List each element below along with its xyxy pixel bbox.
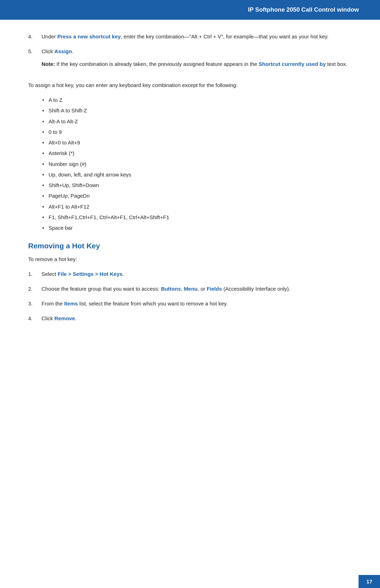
remove-step-4-text-before: Click	[42, 315, 55, 321]
remove-link[interactable]: Remove	[55, 315, 75, 321]
step-4-text-before: Under	[42, 33, 57, 39]
list-item: Shift-A to Shift-Z	[42, 106, 352, 114]
step-5: 5. Click Assign. Note: If the key combin…	[28, 47, 352, 75]
list-item: Number sign (#)	[42, 160, 352, 168]
remove-step-4-text-after: .	[75, 315, 76, 321]
note-text-before: If the key combination is already taken,…	[55, 61, 259, 67]
shortcut-currently-used-link[interactable]: Shortcut currently used by	[259, 61, 326, 67]
note-label: Note:	[42, 61, 55, 67]
remove-step-3: 3. From the Items list, select the featu…	[28, 299, 352, 308]
list-item: A to Z	[42, 96, 352, 104]
step-4: 4. Under Press a new shortcut key, enter…	[28, 32, 352, 41]
press-new-shortcut-link[interactable]: Press a new shortcut key	[57, 33, 121, 39]
list-item: Alt-A to Alt-Z	[42, 117, 352, 125]
list-item: Asterisk (*)	[42, 149, 352, 157]
note-block: Note: If the key combination is already …	[42, 60, 352, 68]
remove-step-3-text-after: list, select the feature from which you …	[78, 301, 228, 307]
remove-step-1: 1. Select File > Settings > Hot Keys.	[28, 270, 352, 278]
bullet-list: A to Z Shift-A to Shift-Z Alt-A to Alt-Z…	[42, 96, 352, 232]
remove-step-2-sep2: , or	[198, 286, 207, 292]
list-item: F1, Shift+F1,Ctrl+F1, Ctrl+Alt+F1, Ctrl+…	[42, 213, 352, 221]
step-4-content: Under Press a new shortcut key, enter th…	[42, 32, 352, 41]
step-5-num: 5.	[28, 47, 42, 75]
list-item: Up, down, left, and right arrow keys	[42, 171, 352, 179]
remove-step-3-num: 3.	[28, 299, 42, 308]
file-settings-hotkeys-link[interactable]: File > Settings > Hot Keys	[58, 271, 122, 277]
remove-step-2-content: Choose the feature group that you want t…	[42, 285, 352, 293]
buttons-link[interactable]: Buttons	[161, 286, 181, 292]
list-item: 0 to 9	[42, 128, 352, 136]
remove-step-2: 2. Choose the feature group that you wan…	[28, 285, 352, 293]
remove-step-3-text-before: From the	[42, 301, 64, 307]
fields-link[interactable]: Fields	[207, 286, 222, 292]
page-number-bar: 17	[359, 575, 380, 588]
page-number: 17	[366, 578, 372, 584]
step-5-text-before: Click	[42, 48, 55, 54]
list-item: PageUp, PageDn	[42, 192, 352, 200]
remove-step-2-text-before: Choose the feature group that you want t…	[42, 286, 161, 292]
list-item: Alt+0 to Alt+9	[42, 138, 352, 147]
remove-step-1-text-before: Select	[42, 271, 58, 277]
remove-step-4-content: Click Remove.	[42, 314, 352, 323]
header-bar: IP Softphone 2050 Call Control window	[0, 0, 380, 20]
note-text-after: text box.	[326, 61, 347, 67]
remove-step-2-num: 2.	[28, 285, 42, 293]
header-title: IP Softphone 2050 Call Control window	[248, 6, 359, 13]
assign-link[interactable]: Assign	[55, 48, 72, 54]
intro-para: To assign a hot key, you can enter any k…	[28, 81, 352, 89]
step-5-text-after: .	[72, 48, 74, 54]
remove-step-2-text-after: (Accessibility Interface only).	[222, 286, 290, 292]
remove-step-4: 4. Click Remove.	[28, 314, 352, 323]
step-5-content: Click Assign. Note: If the key combinati…	[42, 47, 352, 75]
menu-link[interactable]: Menu	[184, 286, 197, 292]
section-heading: Removing a Hot Key	[28, 242, 352, 250]
step-4-text-after: , enter the key combination—"Alt + Ctrl …	[121, 33, 329, 39]
items-link[interactable]: Items	[64, 301, 78, 307]
list-item: Shift+Up, Shift+Down	[42, 181, 352, 189]
page-container: IP Softphone 2050 Call Control window 4.…	[0, 0, 380, 588]
list-item: Space bar	[42, 224, 352, 232]
remove-step-1-content: Select File > Settings > Hot Keys.	[42, 270, 352, 278]
remove-intro: To remove a hot key:	[28, 255, 352, 264]
remove-step-4-num: 4.	[28, 314, 42, 323]
step-4-num: 4.	[28, 32, 42, 41]
content-area: 4. Under Press a new shortcut key, enter…	[0, 20, 380, 357]
remove-step-1-text-after: .	[122, 271, 124, 277]
list-item: Alt+F1 to Alt+F12	[42, 203, 352, 211]
remove-step-1-num: 1.	[28, 270, 42, 278]
remove-step-3-content: From the Items list, select the feature …	[42, 299, 352, 308]
